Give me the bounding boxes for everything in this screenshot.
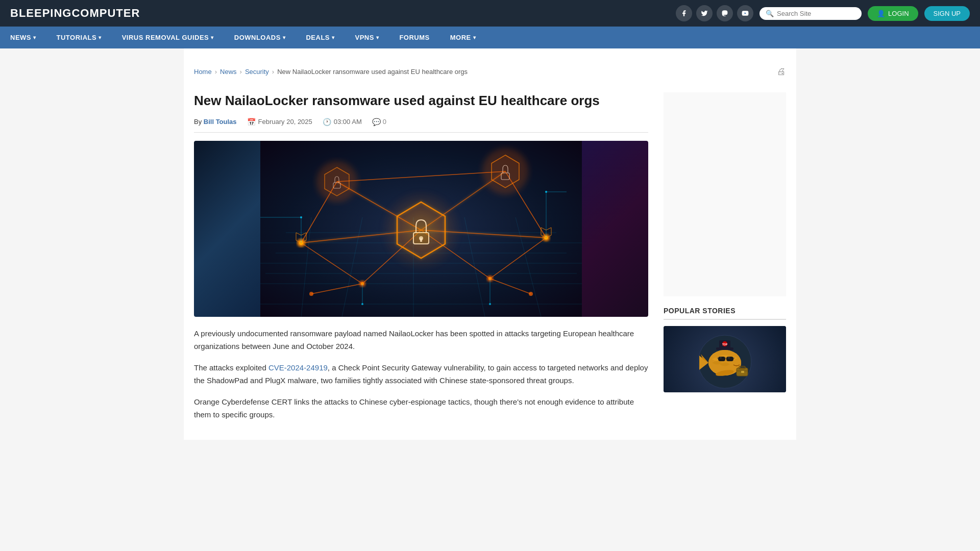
youtube-icon[interactable]	[737, 5, 753, 21]
nav-news[interactable]: NEWS ▾	[0, 27, 46, 48]
chevron-down-icon: ▾	[33, 35, 36, 40]
svg-point-65	[300, 216, 302, 218]
article-main: New NailaoLocker ransomware used against…	[194, 92, 648, 430]
svg-point-68	[489, 303, 491, 305]
comment-count: 💬 0	[372, 118, 386, 126]
chevron-down-icon: ▾	[376, 35, 379, 40]
breadcrumb-security[interactable]: Security	[245, 68, 269, 76]
cve-link[interactable]: CVE-2024-24919	[268, 363, 328, 372]
breadcrumb-current: New NailaoLocker ransomware used against…	[277, 68, 468, 76]
article-body: A previously undocumented ransomware pay…	[194, 327, 648, 421]
twitter-icon[interactable]	[696, 5, 713, 21]
main-nav: NEWS ▾ TUTORIALS ▾ VIRUS REMOVAL GUIDES …	[0, 27, 980, 48]
user-icon: 👤	[877, 10, 885, 17]
article-author: By Bill Toulas	[194, 118, 237, 126]
social-icons	[676, 5, 753, 21]
breadcrumb-home[interactable]: Home	[194, 68, 212, 76]
hero-svg	[194, 141, 648, 317]
breadcrumb-sep: ›	[215, 68, 217, 76]
svg-text:TOP: TOP	[722, 343, 728, 346]
ad-placeholder	[664, 92, 786, 296]
search-box: 🔍	[760, 7, 862, 20]
article-hero-image	[194, 141, 648, 317]
popular-story-image[interactable]: TOP	[664, 326, 786, 392]
chevron-down-icon: ▾	[99, 35, 102, 40]
nav-vpns[interactable]: VPNS ▾	[345, 27, 389, 48]
facebook-icon[interactable]	[676, 5, 692, 21]
fish-scene: TOP	[664, 326, 786, 392]
breadcrumb: Home › News › Security › New NailaoLocke…	[194, 59, 786, 82]
clock-icon: 🕐	[323, 118, 331, 126]
comment-icon: 💬	[372, 118, 381, 126]
svg-rect-88	[741, 371, 744, 373]
popular-stories-title: POPULAR STORIES	[664, 307, 786, 320]
nav-forums[interactable]: FORUMS	[389, 27, 439, 48]
calendar-icon: 📅	[247, 118, 256, 126]
chevron-down-icon: ▾	[473, 35, 476, 40]
svg-point-57	[316, 161, 357, 202]
svg-rect-75	[726, 357, 733, 361]
svg-point-58	[482, 148, 528, 194]
logo-text-bold: COMPUTER	[71, 7, 140, 19]
svg-point-56	[380, 189, 462, 271]
popular-stories: POPULAR STORIES	[664, 307, 786, 392]
nav-more[interactable]: MORE ▾	[440, 27, 486, 48]
article-paragraph-3: Orange Cyberdefense CERT links the attac…	[194, 395, 648, 421]
svg-point-79	[720, 357, 722, 359]
search-icon: 🔍	[766, 10, 774, 17]
article-date: 📅 February 20, 2025	[247, 118, 312, 126]
svg-rect-74	[718, 357, 725, 361]
mastodon-icon[interactable]	[717, 5, 733, 21]
svg-point-53	[529, 292, 533, 296]
svg-point-67	[361, 303, 363, 305]
breadcrumb-news[interactable]: News	[220, 68, 237, 76]
nav-deals[interactable]: DEALS ▾	[296, 27, 345, 48]
article-time: 🕐 03:00 AM	[323, 118, 362, 126]
site-header: BLEEPINGCOMPUTER 🔍 👤 LOGIN SIGN UP	[0, 0, 980, 27]
svg-point-66	[545, 191, 547, 193]
breadcrumb-sep: ›	[240, 68, 242, 76]
chevron-down-icon: ▾	[283, 35, 286, 40]
login-button[interactable]: 👤 LOGIN	[868, 6, 918, 21]
article-paragraph-2: The attacks exploited CVE-2024-24919, a …	[194, 361, 648, 387]
search-input[interactable]	[777, 10, 855, 17]
svg-point-52	[309, 292, 313, 296]
signup-button[interactable]: SIGN UP	[924, 6, 970, 21]
page-content: Home › News › Security › New NailaoLocke…	[184, 48, 796, 440]
svg-point-80	[728, 357, 730, 359]
nav-downloads[interactable]: DOWNLOADS ▾	[224, 27, 296, 48]
breadcrumb-sep: ›	[272, 68, 274, 76]
nav-virus-removal[interactable]: VIRUS REMOVAL GUIDES ▾	[112, 27, 224, 48]
logo-text-regular: BLEEPING	[10, 7, 71, 19]
article-layout: New NailaoLocker ransomware used against…	[194, 92, 786, 430]
header-right: 🔍 👤 LOGIN SIGN UP	[676, 5, 970, 21]
author-link[interactable]: Bill Toulas	[204, 118, 237, 126]
article-sidebar: POPULAR STORIES	[664, 92, 786, 430]
site-logo[interactable]: BLEEPINGCOMPUTER	[10, 7, 140, 20]
breadcrumb-left: Home › News › Security › New NailaoLocke…	[194, 68, 468, 76]
article-title: New NailaoLocker ransomware used against…	[194, 92, 648, 110]
article-paragraph-1: A previously undocumented ransomware pay…	[194, 327, 648, 353]
fish-mascot-svg: TOP	[692, 326, 758, 392]
print-icon[interactable]: 🖨	[777, 66, 786, 77]
nav-tutorials[interactable]: TUTORIALS ▾	[46, 27, 112, 48]
article-meta: By Bill Toulas 📅 February 20, 2025 🕐 03:…	[194, 118, 648, 133]
chevron-down-icon: ▾	[211, 35, 214, 40]
chevron-down-icon: ▾	[332, 35, 335, 40]
